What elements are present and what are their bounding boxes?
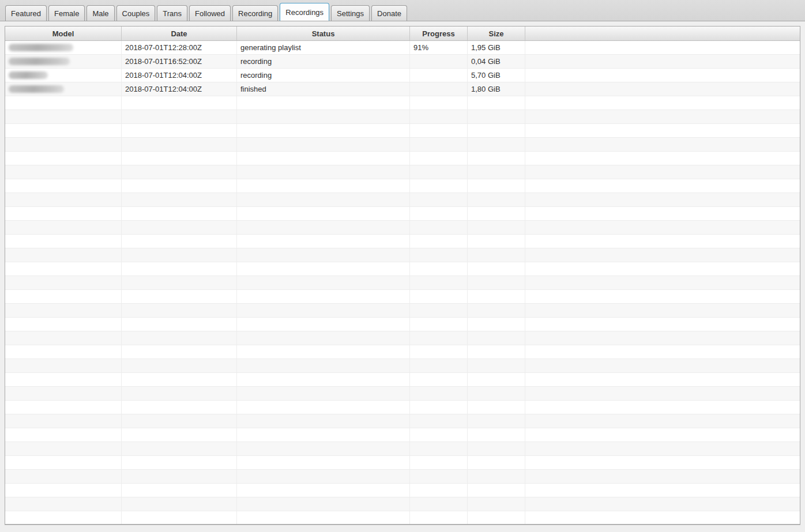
- status-cell: [237, 262, 410, 276]
- model-name-redacted: [9, 85, 64, 93]
- filler-cell[interactable]: [525, 82, 800, 96]
- filler-cell: [525, 456, 800, 469]
- status-cell[interactable]: generating playlist: [237, 41, 410, 54]
- date-cell: [122, 124, 237, 137]
- status-cell: [237, 179, 410, 193]
- date-cell[interactable]: 2018-07-01T16:52:00Z: [122, 55, 237, 68]
- status-cell: [237, 138, 410, 151]
- table-row[interactable]: 2018-07-01T12:04:00Zrecording5,70 GiB: [5, 69, 800, 82]
- size-cell: [468, 442, 525, 455]
- date-cell[interactable]: 2018-07-01T12:28:00Z: [122, 41, 237, 54]
- status-cell: [237, 511, 410, 525]
- status-cell: [237, 221, 410, 234]
- size-cell: [468, 276, 525, 289]
- tab-female[interactable]: Female: [48, 5, 85, 21]
- date-cell: [122, 221, 237, 234]
- size-cell: [468, 331, 525, 345]
- model-cell: [5, 248, 122, 262]
- filler-cell[interactable]: [525, 69, 800, 82]
- date-cell: [122, 345, 237, 359]
- tab-settings[interactable]: Settings: [331, 5, 370, 21]
- model-cell: [5, 179, 122, 193]
- empty-row: [5, 484, 800, 497]
- filler-cell: [525, 428, 800, 442]
- size-cell[interactable]: 0,04 GiB: [468, 55, 525, 68]
- size-cell: [468, 511, 525, 525]
- tab-featured[interactable]: Featured: [5, 5, 47, 21]
- model-cell[interactable]: [5, 41, 122, 54]
- progress-cell: [410, 387, 468, 400]
- filler-cell: [525, 221, 800, 234]
- progress-cell: [410, 484, 468, 497]
- model-cell[interactable]: [5, 82, 122, 96]
- filler-cell[interactable]: [525, 55, 800, 68]
- date-cell: [122, 414, 237, 428]
- size-cell: [468, 96, 525, 110]
- column-header-date[interactable]: Date: [122, 27, 237, 40]
- model-cell: [5, 318, 122, 331]
- tab-recording[interactable]: Recording: [232, 5, 278, 21]
- model-cell[interactable]: [5, 69, 122, 82]
- column-header-size[interactable]: Size: [468, 27, 525, 40]
- filler-cell: [525, 401, 800, 414]
- model-cell: [5, 276, 122, 289]
- status-cell[interactable]: recording: [237, 55, 410, 68]
- model-name-redacted: [9, 44, 73, 51]
- date-cell: [122, 304, 237, 317]
- empty-row: [5, 96, 800, 110]
- empty-row: [5, 428, 800, 442]
- column-header-progress[interactable]: Progress: [410, 27, 468, 40]
- model-cell[interactable]: [5, 55, 122, 68]
- size-cell: [468, 110, 525, 123]
- status-cell[interactable]: recording: [237, 69, 410, 82]
- date-cell: [122, 331, 237, 345]
- date-cell[interactable]: 2018-07-01T12:04:00Z: [122, 69, 237, 82]
- empty-row: [5, 110, 800, 124]
- status-cell: [237, 304, 410, 317]
- size-cell: [468, 193, 525, 206]
- size-cell[interactable]: 5,70 GiB: [468, 69, 525, 82]
- model-cell: [5, 193, 122, 206]
- empty-row: [5, 456, 800, 470]
- progress-cell: [410, 248, 468, 262]
- status-cell: [237, 456, 410, 469]
- size-cell: [468, 428, 525, 442]
- column-header-filler[interactable]: [525, 27, 800, 40]
- date-cell: [122, 138, 237, 151]
- column-header-status[interactable]: Status: [237, 27, 410, 40]
- progress-cell[interactable]: 91%: [410, 41, 468, 54]
- progress-cell[interactable]: [410, 55, 468, 68]
- table-header-row: ModelDateStatusProgressSize: [5, 27, 800, 41]
- size-cell: [468, 221, 525, 234]
- model-cell: [5, 456, 122, 469]
- date-cell: [122, 511, 237, 525]
- size-cell[interactable]: 1,80 GiB: [468, 82, 525, 96]
- empty-row: [5, 179, 800, 193]
- status-cell[interactable]: finished: [237, 82, 410, 96]
- status-cell: [237, 442, 410, 455]
- date-cell[interactable]: 2018-07-01T12:04:00Z: [122, 82, 237, 96]
- table-row[interactable]: 2018-07-01T12:28:00Zgenerating playlist9…: [5, 41, 800, 55]
- tab-trans[interactable]: Trans: [157, 5, 187, 21]
- filler-cell[interactable]: [525, 41, 800, 54]
- progress-cell[interactable]: [410, 69, 468, 82]
- progress-cell: [410, 442, 468, 455]
- size-cell[interactable]: 1,95 GiB: [468, 41, 525, 54]
- tab-followed[interactable]: Followed: [189, 5, 231, 21]
- size-cell: [468, 248, 525, 262]
- progress-cell: [410, 179, 468, 193]
- status-cell: [237, 318, 410, 331]
- tab-recordings[interactable]: Recordings: [280, 3, 329, 21]
- empty-row: [5, 235, 800, 248]
- status-cell: [237, 124, 410, 137]
- column-header-model[interactable]: Model: [5, 27, 122, 40]
- tab-donate[interactable]: Donate: [371, 5, 407, 21]
- tab-couples[interactable]: Couples: [116, 5, 156, 21]
- progress-cell[interactable]: [410, 82, 468, 96]
- table-row[interactable]: 2018-07-01T12:04:00Zfinished1,80 GiB: [5, 82, 800, 96]
- size-cell: [468, 497, 525, 511]
- table-row[interactable]: 2018-07-01T16:52:00Zrecording0,04 GiB: [5, 55, 800, 69]
- date-cell: [122, 193, 237, 206]
- size-cell: [468, 470, 525, 483]
- tab-male[interactable]: Male: [86, 5, 114, 21]
